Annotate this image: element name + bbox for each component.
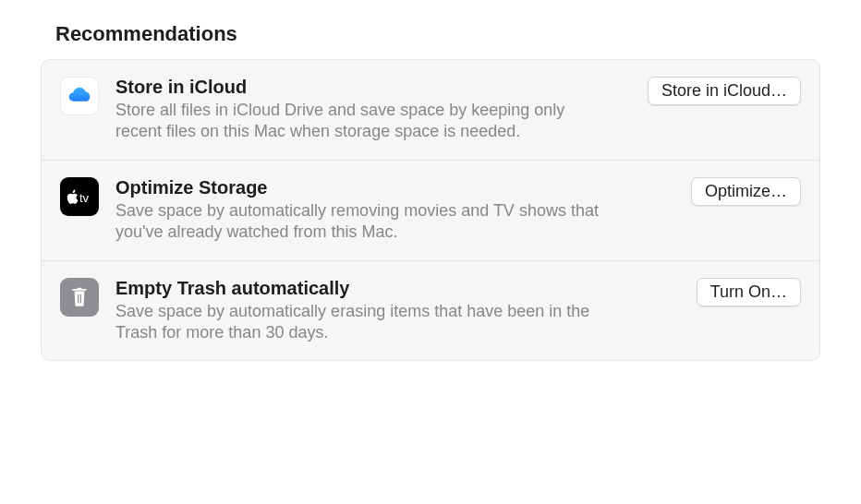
- row-title: Empty Trash automatically: [115, 278, 680, 299]
- row-text: Optimize Storage Save space by automatic…: [115, 177, 674, 244]
- row-description: Store all files in iCloud Drive and save…: [115, 100, 605, 143]
- icloud-icon: [60, 77, 99, 115]
- row-description: Save space by automatically removing mov…: [115, 200, 605, 244]
- turn-on-button[interactable]: Turn On…: [697, 278, 801, 306]
- row-store-in-icloud: Store in iCloud Store all files in iClou…: [42, 60, 819, 160]
- svg-rect-1: [78, 294, 79, 303]
- row-title: Optimize Storage: [115, 177, 674, 198]
- trash-icon: [60, 278, 99, 317]
- row-text: Store in iCloud Store all files in iClou…: [115, 77, 631, 143]
- appletv-icon: tv: [60, 177, 99, 216]
- store-in-icloud-button[interactable]: Store in iCloud…: [648, 77, 801, 105]
- section-title: Recommendations: [55, 22, 820, 46]
- recommendations-panel: Store in iCloud Store all files in iClou…: [41, 59, 820, 361]
- row-empty-trash: Empty Trash automatically Save space by …: [42, 260, 819, 361]
- row-optimize-storage: tv Optimize Storage Save space by automa…: [42, 160, 819, 260]
- row-description: Save space by automatically erasing item…: [115, 301, 605, 344]
- svg-rect-2: [80, 294, 81, 303]
- svg-text:tv: tv: [79, 191, 90, 205]
- row-text: Empty Trash automatically Save space by …: [115, 278, 680, 344]
- optimize-button[interactable]: Optimize…: [691, 177, 801, 206]
- row-title: Store in iCloud: [115, 77, 631, 98]
